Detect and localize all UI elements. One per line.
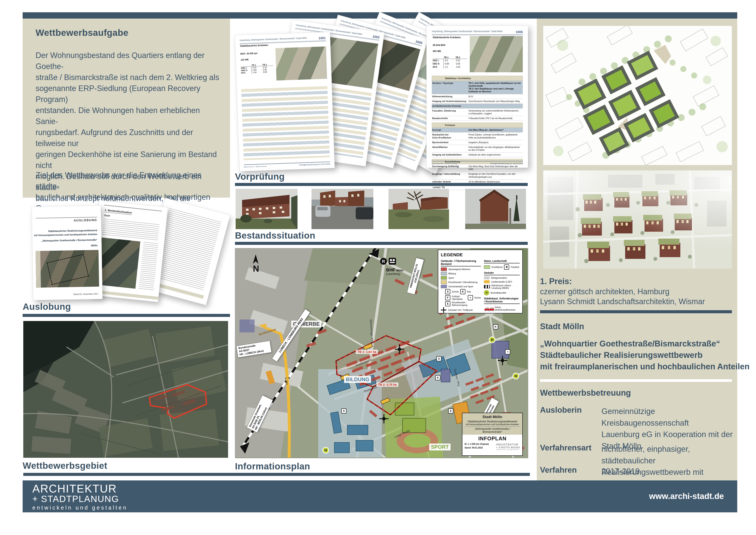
fan-sheet-number: 1002 [372,35,380,39]
auslobung-label: Auslobung [23,301,71,312]
auslobung-cover-line4: Mölln [91,244,97,247]
titleblock-line4: „Wohnquartier Goethestraße / Bismarckstr… [465,427,520,434]
svg-text:H: H [324,448,327,452]
render-image [543,170,732,268]
bahntrasse-swatch [484,285,490,289]
vorpruefung-fan: Vorprüfung „Wohnquartier Goethestraße / … [234,13,428,173]
project-sheet-page: Wettbewerbsaufgabe Der Wohnungsbestand d… [0,0,756,535]
titleblock-city: Stadt Mölln [465,415,520,419]
legend-section-gebaeude: Gebäude- / Flächennutzung Bestand [441,260,481,267]
map-label-tb2: TB 2: 0,79 ha [376,382,398,387]
titleblock-logo-1: ARCHITEKTUR [496,443,520,446]
kita-icon: K [460,289,465,294]
footer-bar: ARCHITEKTUR + STADTPLANUNG entwickeln un… [23,480,737,512]
kirche-icon: + [505,349,510,354]
auslobung-cover-line2: mit freiraumplanerischen und hochbaulich… [34,233,97,237]
map-label-bhf: BHF Mölln (Lauenburg) [386,267,404,275]
kirche-icon: + [468,295,473,300]
firm-logo-line2: + STADTPLANUNG [32,494,128,504]
landesstrasse-swatch [484,280,490,283]
sheet-1001-eckdaten-table: TB 1TB 2 GRZ I:0,260,33 GRZ II:0,590,60 … [241,63,273,74]
wettbewerbsgebiet-aerial-photo [23,321,228,458]
svg-text:H: H [491,338,494,342]
sheet-1006-render [470,36,523,72]
firm-logo-line1: ARCHITEKTUR [32,483,128,494]
auslobung-cover-date: Stand 02. November 2017 [73,293,98,295]
sheet-1006-section-2: Freiraum [432,123,523,128]
nahversorgung-icon: E [445,301,450,306]
firm-logo: ARCHITEKTUR + STADTPLANUNG entwickeln un… [32,483,128,511]
titleblock-logo-2: + STADTPLANUNG [496,446,520,449]
fan-sheet-number: 1005 [415,40,423,45]
right-divider-white [540,379,732,382]
svg-text:H: H [515,374,517,378]
infoplan-label: Informationsplan [235,461,310,471]
auslobung-cover-tag: AUSLOBUNG [74,218,97,222]
svg-text:L 287: L 287 [284,378,288,385]
photo-bestand-4 [465,189,526,229]
sheet-footer-left: Architektur + Stadtplanung [244,165,266,168]
fan-sheet-number: 1001 [318,36,326,40]
kita-icon: K [493,324,498,329]
schule-icon: S [341,408,346,413]
vorpruefung-divider [235,183,528,186]
treffpunkt-icon [441,307,446,313]
auslobung-cover: AUSLOBUNG Städtebaulicher Realisierungsw… [32,205,103,300]
auslobung-divider [23,314,230,317]
verkehrsaufkommen-icon: 🚗🚗 [484,306,493,311]
titleblock-scale: M. 1: 2.000 (im Original) [465,443,489,445]
bushalt-icon: H [484,290,489,295]
verfahren-label: Verfahren [540,465,602,477]
svg-text:R: R [382,259,385,264]
schule-icon: S [445,289,450,294]
sheet-1006-bgf: 29.044 BGF [433,44,446,46]
auslobung-cover-line1: Städtebaulicher Realisierungswettbewerb [48,229,97,233]
auslobung-page2-sub: Stadt [104,214,110,217]
task-title: Wettbewerbsaufgabe [36,28,128,38]
bottom-section-divider [23,473,530,476]
site-outline [47,254,89,285]
fan-sheet-1001: Vorprüfung „Wohnquartier Goethestraße / … [235,32,335,171]
einkauf-icon: E [448,408,453,413]
sportplatz-icon: F [445,295,450,300]
photo-bestand-3 [389,189,449,229]
compass-n: N [253,264,259,273]
legend-section-verkehr: Verkehr [484,271,520,275]
legend-section-restriktionen: Städtebaul. Anforderungen / Restriktione… [484,297,520,304]
titleblock-logo-3: entwickeln und gestalten [496,449,520,450]
map-label-bildung: BILDUNG [344,376,371,383]
titleblock-infoplan: INFOPLAN [465,436,520,441]
legend-section-natur: Natur, Landschaft [484,260,520,264]
legend-title: LEGENDE [441,252,520,257]
project-title-2: Städtebaulicher Realisierungswettbewerb [540,351,703,360]
sheet-footer-right: Preisgerichtssitzung am 10.04.2018 [490,162,523,165]
auslobung-cover-aerial [36,250,99,288]
sport-swatch [441,276,447,280]
sheet-1006-section-1: Städtebau / Architektur [432,76,523,81]
friedhof-icon: ✚ [504,265,509,270]
wohnen-swatch [441,268,447,271]
website-link[interactable]: www.archi-stadt.de [649,492,724,501]
anlieger-swatch [484,276,490,279]
map-label-sport: SPORT [429,443,450,450]
sheet-1006-eckdaten-table: TB 1TB 2 GRZ I:0,40,31 GRZ II:0,690,56 G… [433,56,467,69]
sheet-1006-header: Vorprüfung „Wohnquartier Goethestraße / … [432,30,502,34]
gemeinbedarf-swatch [441,285,447,288]
schule-icon: S [436,356,442,361]
sheet-1001-subtitle: Städtebauliche Eckdaten [240,44,268,47]
photo-bestand-2 [311,189,373,229]
vorpruefung-sheet-1006: Vorprüfung „Wohnquartier Goethestraße / … [426,25,528,168]
sheet-footer-left: Architektur + Stadtplanung [432,162,458,165]
gruenflaeche-swatch [484,265,490,269]
auslobung-cover-line3: „Wohnquartier Goethestraße / Bismarckstr… [41,239,97,242]
photo-bestand-1 [236,189,297,229]
task-box: Wettbewerbsaufgabe Der Wohnungsbestand d… [23,18,230,198]
project-title-3: mit freiraumplanerischen und hochbaulich… [540,362,749,371]
sheet-1006-we: 302 WE [433,50,441,52]
siteplan-image [543,26,732,165]
map-legend: LEGENDE Gebäude- / Flächennutzung Bestan… [438,250,523,313]
prize-winner-2: Lysann Schmidt Landschaftsarchitektin, W… [540,297,705,306]
verfahren-value: 2017-2018 [602,465,734,477]
bestand-label: Bestandssituation [235,230,315,241]
sheet-1006-subtitle: Städtebauliche Eckdaten [433,36,461,39]
